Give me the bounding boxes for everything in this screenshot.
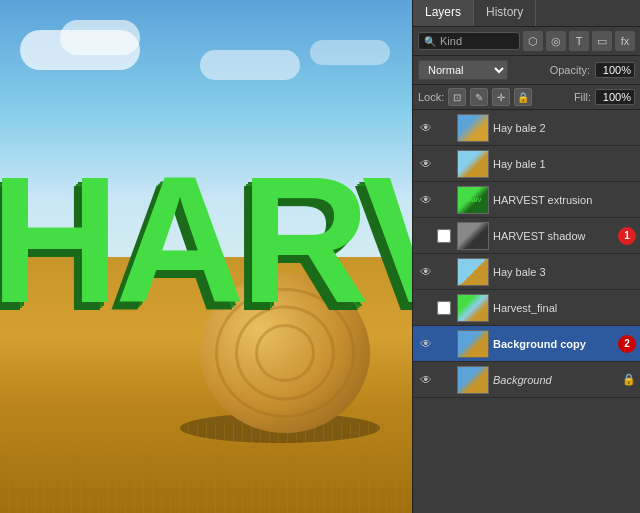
search-box: 🔍 Kind bbox=[418, 32, 520, 50]
layer-item[interactable]: 👁Hay bale 2 bbox=[413, 110, 640, 146]
layer-visibility-toggle[interactable]: 👁 bbox=[417, 191, 435, 209]
opacity-label: Opacity: bbox=[550, 64, 590, 76]
layer-name: Background bbox=[493, 374, 618, 386]
cloud-2 bbox=[60, 20, 140, 55]
layer-item[interactable]: 👁Hay bale 1 bbox=[413, 146, 640, 182]
filter-icon-btn[interactable]: ⬡ bbox=[523, 31, 543, 51]
layer-badge: 2 bbox=[618, 335, 636, 353]
layer-item[interactable]: 👁Background copy2 bbox=[413, 326, 640, 362]
fx-icon-btn[interactable]: fx bbox=[615, 31, 635, 51]
cloud-4 bbox=[310, 40, 390, 65]
layer-name: HARVEST shadow bbox=[493, 230, 616, 242]
layer-thumbnail bbox=[457, 294, 489, 322]
straw-texture bbox=[0, 423, 412, 513]
layer-thumbnail bbox=[457, 366, 489, 394]
layer-item[interactable]: 👁HARVHARVEST extrusion bbox=[413, 182, 640, 218]
layer-lock-icon: 🔒 bbox=[622, 373, 636, 386]
shape-icon-btn[interactable]: ▭ bbox=[592, 31, 612, 51]
opacity-input[interactable] bbox=[595, 62, 635, 78]
layer-name: Hay bale 2 bbox=[493, 122, 636, 134]
search-icon: 🔍 bbox=[424, 36, 436, 47]
fill-input[interactable] bbox=[595, 89, 635, 105]
blend-row: Normal Multiply Screen Overlay Opacity: bbox=[413, 56, 640, 85]
layer-visibility-toggle[interactable]: 👁 bbox=[417, 263, 435, 281]
harvest-text: HARV bbox=[0, 150, 412, 330]
layer-thumbnail bbox=[457, 330, 489, 358]
fill-label: Fill: bbox=[574, 91, 591, 103]
layer-visibility-toggle[interactable] bbox=[417, 299, 435, 317]
layer-item[interactable]: Harvest_final bbox=[413, 290, 640, 326]
layer-item[interactable]: 👁Hay bale 3 bbox=[413, 254, 640, 290]
lock-row: Lock: ⊡ ✎ ✛ 🔒 Fill: bbox=[413, 85, 640, 110]
layer-thumbnail bbox=[457, 222, 489, 250]
layer-name: Harvest_final bbox=[493, 302, 636, 314]
kind-label: Kind bbox=[440, 35, 462, 47]
layer-thumbnail bbox=[457, 258, 489, 286]
layer-name: HARVEST extrusion bbox=[493, 194, 636, 206]
layer-name: Background copy bbox=[493, 338, 616, 350]
layer-visibility-toggle[interactable]: 👁 bbox=[417, 371, 435, 389]
layer-thumbnail bbox=[457, 150, 489, 178]
tab-history[interactable]: History bbox=[474, 0, 536, 26]
cloud-3 bbox=[200, 50, 300, 80]
search-row: 🔍 Kind ⬡ ◎ T ▭ fx bbox=[413, 27, 640, 56]
layers-panel: Layers History 🔍 Kind ⬡ ◎ T ▭ fx Normal … bbox=[412, 0, 640, 513]
layer-thumbnail bbox=[457, 114, 489, 142]
layer-badge: 1 bbox=[618, 227, 636, 245]
layer-item[interactable]: 👁Background🔒 bbox=[413, 362, 640, 398]
panel-tabs: Layers History bbox=[413, 0, 640, 27]
layers-list: 👁Hay bale 2👁Hay bale 1👁HARVHARVEST extru… bbox=[413, 110, 640, 513]
layer-checkbox[interactable] bbox=[437, 301, 451, 315]
layer-item[interactable]: HARVEST shadow1 bbox=[413, 218, 640, 254]
lock-all-btn[interactable]: 🔒 bbox=[514, 88, 532, 106]
layer-name: Hay bale 1 bbox=[493, 158, 636, 170]
lock-image-btn[interactable]: ✎ bbox=[470, 88, 488, 106]
blend-mode-select[interactable]: Normal Multiply Screen Overlay bbox=[418, 60, 508, 80]
circle-icon-btn[interactable]: ◎ bbox=[546, 31, 566, 51]
layer-thumbnail: HARV bbox=[457, 186, 489, 214]
layer-visibility-toggle[interactable]: 👁 bbox=[417, 335, 435, 353]
text-icon-btn[interactable]: T bbox=[569, 31, 589, 51]
canvas-area: HARV bbox=[0, 0, 412, 513]
tab-layers[interactable]: Layers bbox=[413, 0, 474, 26]
lock-label: Lock: bbox=[418, 91, 444, 103]
layer-checkbox[interactable] bbox=[437, 229, 451, 243]
layer-visibility-toggle[interactable] bbox=[417, 227, 435, 245]
lock-transparent-btn[interactable]: ⊡ bbox=[448, 88, 466, 106]
layer-visibility-toggle[interactable]: 👁 bbox=[417, 155, 435, 173]
layer-visibility-toggle[interactable]: 👁 bbox=[417, 119, 435, 137]
lock-position-btn[interactable]: ✛ bbox=[492, 88, 510, 106]
layer-name: Hay bale 3 bbox=[493, 266, 636, 278]
